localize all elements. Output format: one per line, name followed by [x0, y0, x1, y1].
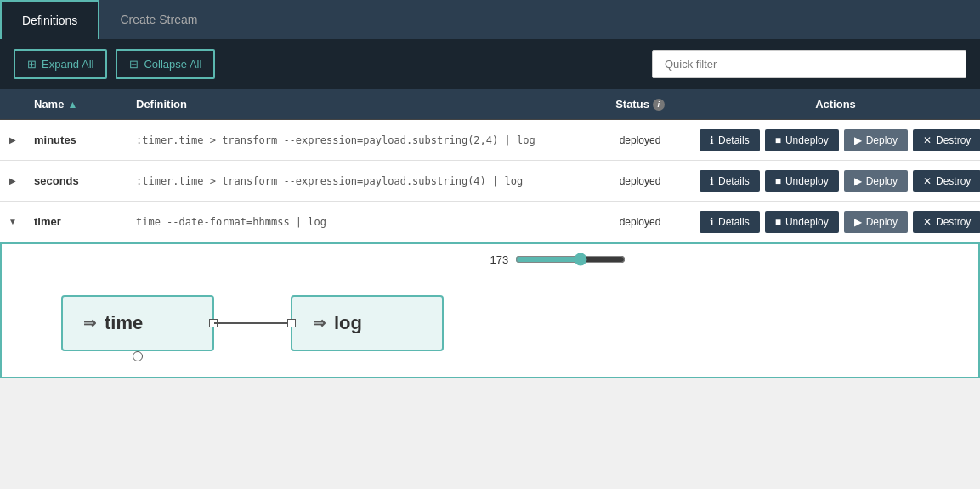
row-toggle[interactable]: ▼ — [0, 210, 25, 233]
info-icon: ℹ — [710, 134, 714, 146]
deploy-button[interactable]: ▶ Deploy — [844, 129, 908, 151]
times-icon: ✕ — [923, 216, 932, 228]
stop-icon: ■ — [775, 216, 781, 228]
times-icon: ✕ — [923, 134, 932, 146]
log-node-label: log — [334, 312, 362, 334]
log-node[interactable]: ⇒ log — [291, 295, 444, 351]
row-definition: :timer.time > transform --expression=pay… — [127, 168, 589, 194]
row-actions: ℹ Details ■ Undeploy ▶ Deploy ✕ Destroy — [691, 122, 980, 158]
col-status-label: Status — [615, 98, 649, 111]
toolbar: ⊞ Expand All ⊟ Collapse All — [0, 39, 980, 89]
table-row: ▶ minutes :timer.time > transform --expr… — [0, 120, 980, 161]
details-label: Details — [718, 175, 750, 187]
sort-asc-icon: ▲ — [67, 99, 77, 111]
undeploy-button[interactable]: ■ Undeploy — [765, 211, 839, 233]
col-toggle — [0, 98, 25, 111]
node-input-arrow: ⇒ — [313, 314, 326, 333]
info-icon: ℹ — [710, 216, 714, 228]
row-toggle[interactable]: ▶ — [0, 169, 25, 192]
col-definition-label: Definition — [136, 98, 187, 111]
time-node[interactable]: ⇒ time — [61, 295, 214, 351]
destroy-button[interactable]: ✕ Destroy — [913, 170, 980, 192]
destroy-button[interactable]: ✕ Destroy — [913, 211, 980, 233]
times-icon: ✕ — [923, 175, 932, 187]
node-input-arrow: ⇒ — [83, 314, 96, 333]
destroy-button[interactable]: ✕ Destroy — [913, 129, 980, 151]
details-button[interactable]: ℹ Details — [700, 170, 760, 192]
row-toggle[interactable]: ▶ — [0, 128, 25, 151]
stream-name: minutes — [34, 134, 76, 146]
stream-diagram: 173 ⇒ time — [0, 242, 980, 378]
destroy-label: Destroy — [936, 134, 971, 146]
connector — [214, 322, 291, 324]
stop-icon: ■ — [775, 175, 781, 187]
row-actions: ℹ Details ■ Undeploy ▶ Deploy ✕ Destroy — [691, 163, 980, 199]
table-row: ▶ seconds :timer.time > transform --expr… — [0, 161, 980, 202]
deploy-button[interactable]: ▶ Deploy — [844, 211, 908, 233]
status-badge: deployed — [620, 134, 661, 146]
undeploy-button[interactable]: ■ Undeploy — [765, 170, 839, 192]
row-name: minutes — [25, 127, 127, 153]
stop-icon: ■ — [775, 134, 781, 146]
col-name-label: Name — [34, 98, 64, 111]
tabs-bar: Definitions Create Stream — [0, 0, 980, 39]
stream-definition: :timer.time > transform --expression=pay… — [136, 134, 535, 146]
stream-definition: :timer.time > transform --expression=pay… — [136, 175, 523, 187]
undeploy-label: Undeploy — [785, 134, 829, 146]
row-status: deployed — [589, 209, 691, 235]
diagram-counter: 173 — [490, 253, 626, 266]
col-actions-label: Actions — [815, 98, 856, 111]
expand-all-button[interactable]: ⊞ Expand All — [14, 49, 107, 79]
info-icon: ℹ — [710, 175, 714, 187]
collapse-all-button[interactable]: ⊟ Collapse All — [116, 49, 215, 79]
details-button[interactable]: ℹ Details — [700, 211, 760, 233]
undeploy-label: Undeploy — [785, 175, 829, 187]
deploy-label: Deploy — [866, 175, 898, 187]
details-label: Details — [718, 134, 750, 146]
tab-definitions[interactable]: Definitions — [0, 0, 99, 39]
deploy-button[interactable]: ▶ Deploy — [844, 170, 908, 192]
chevron-right-icon[interactable]: ▶ — [9, 135, 16, 145]
row-definition: :timer.time > transform --expression=pay… — [127, 128, 589, 153]
stream-definition: time --date-format=hhmmss | log — [136, 216, 326, 228]
details-label: Details — [718, 216, 750, 228]
chevron-down-icon[interactable]: ▼ — [8, 217, 17, 226]
quick-filter-input[interactable] — [652, 50, 966, 78]
expand-all-label: Expand All — [42, 58, 93, 71]
tab-create-stream[interactable]: Create Stream — [99, 0, 218, 39]
col-definition: Definition — [127, 98, 589, 111]
undeploy-button[interactable]: ■ Undeploy — [765, 129, 839, 151]
row-actions: ℹ Details ■ Undeploy ▶ Deploy ✕ Destroy — [691, 204, 980, 240]
table-container: Name ▲ Definition Status i Actions ▶ min… — [0, 89, 980, 378]
play-icon: ▶ — [854, 175, 862, 187]
play-icon: ▶ — [854, 216, 862, 228]
status-badge: deployed — [620, 175, 661, 187]
chevron-right-icon[interactable]: ▶ — [9, 176, 16, 185]
counter-value: 173 — [490, 253, 509, 266]
row-status: deployed — [589, 128, 691, 153]
undeploy-label: Undeploy — [785, 216, 829, 228]
col-name: Name ▲ — [25, 98, 127, 111]
time-node-label: time — [105, 312, 143, 334]
col-status: Status i — [589, 98, 691, 111]
status-info-icon[interactable]: i — [653, 99, 665, 111]
input-connector — [287, 319, 296, 327]
row-name: timer — [25, 208, 127, 235]
table-header: Name ▲ Definition Status i Actions — [0, 89, 980, 120]
diagram-nodes: ⇒ time ⇒ log — [27, 295, 953, 351]
quick-filter-wrap — [652, 50, 966, 78]
expand-icon: ⊞ — [27, 58, 37, 71]
details-button[interactable]: ℹ Details — [700, 129, 760, 151]
stream-name: timer — [34, 215, 61, 228]
destroy-label: Destroy — [936, 175, 971, 187]
row-status: deployed — [589, 168, 691, 194]
stream-name: seconds — [34, 174, 79, 187]
table-row: ▼ timer time --date-format=hhmmss | log … — [0, 202, 980, 242]
col-actions: Actions — [691, 98, 980, 111]
deploy-label: Deploy — [866, 134, 898, 146]
status-badge: deployed — [620, 216, 661, 228]
play-icon: ▶ — [854, 134, 862, 146]
row-name: seconds — [25, 168, 127, 194]
diagram-slider[interactable] — [515, 253, 626, 266]
source-circle — [133, 351, 143, 361]
